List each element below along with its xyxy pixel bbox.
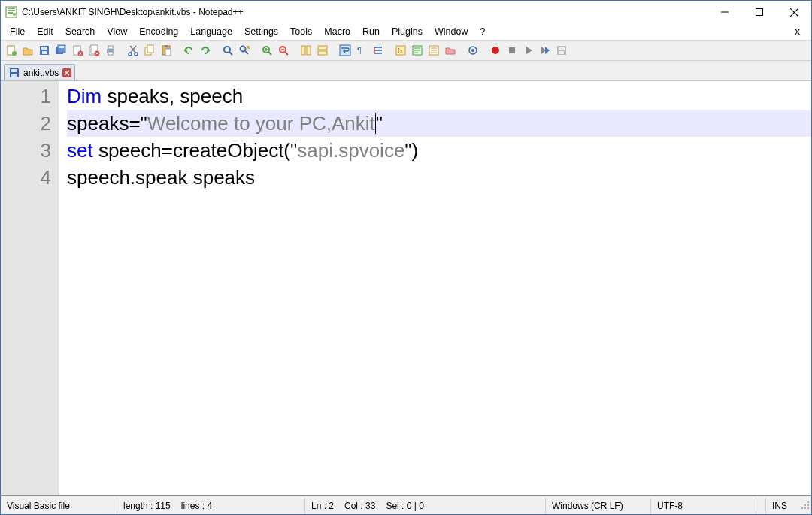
code-line[interactable]: Dim speaks, speech <box>67 83 811 110</box>
svg-rect-21 <box>108 52 113 55</box>
menu-tools[interactable]: Tools <box>284 25 318 38</box>
status-flex <box>756 498 766 514</box>
menu-window[interactable]: Window <box>429 25 474 38</box>
maximize-button[interactable] <box>742 1 777 23</box>
menu-plugins[interactable]: Plugins <box>386 25 429 38</box>
toolbar: ¶fx <box>1 40 811 61</box>
all-chars-icon[interactable]: ¶ <box>354 43 369 58</box>
save-macro-icon[interactable] <box>554 43 569 58</box>
code-editor[interactable]: Dim speaks, speechspeaks="Welcome to you… <box>59 81 811 495</box>
svg-point-1 <box>13 13 16 16</box>
tab-bar: ankit.vbs <box>1 61 811 80</box>
resize-grip-icon[interactable] <box>798 501 811 511</box>
status-mode[interactable]: INS <box>766 498 798 514</box>
menu-help[interactable]: ? <box>474 25 491 38</box>
replace-icon[interactable] <box>237 43 252 58</box>
function-list-icon[interactable] <box>426 43 441 58</box>
svg-point-58 <box>807 501 809 503</box>
paste-icon[interactable] <box>159 43 174 58</box>
svg-rect-54 <box>11 69 17 72</box>
open-icon[interactable] <box>20 43 35 58</box>
svg-rect-52 <box>559 51 564 54</box>
close-document-button[interactable]: X <box>786 25 808 39</box>
tab-ankit-vbs[interactable]: ankit.vbs <box>4 64 75 80</box>
code-token: Welcome to your PC,Ankit <box>147 112 375 135</box>
code-token: speaks <box>102 85 169 108</box>
code-line[interactable]: speech.speak speaks <box>67 164 811 191</box>
svg-rect-3 <box>756 9 763 16</box>
toolbar-separator <box>120 43 124 58</box>
code-token: = <box>129 112 140 135</box>
svg-point-62 <box>804 507 806 509</box>
svg-rect-49 <box>509 47 515 53</box>
menu-file[interactable]: File <box>4 25 31 38</box>
code-line[interactable]: speaks="Welcome to your PC,Ankit" <box>67 110 811 137</box>
code-line[interactable]: set speech=createObject("sapi.spvoice") <box>67 137 811 164</box>
status-eol[interactable]: Windows (CR LF) <box>546 498 651 514</box>
print-icon[interactable] <box>103 43 118 58</box>
close-icon[interactable] <box>70 43 85 58</box>
save-icon[interactable] <box>37 43 52 58</box>
indent-guide-icon[interactable] <box>371 43 386 58</box>
notepadpp-icon <box>5 6 17 18</box>
menu-view[interactable]: View <box>101 25 133 38</box>
sync-v-icon[interactable] <box>298 43 314 58</box>
title-bar[interactable]: C:\Users\ANKIT SINGH\Desktop\ankit.vbs -… <box>1 1 811 23</box>
menu-language[interactable]: Language <box>184 25 238 38</box>
lang-icon[interactable]: fx <box>393 43 408 58</box>
minimize-button[interactable] <box>707 1 742 23</box>
play-icon[interactable] <box>521 43 536 58</box>
menu-settings[interactable]: Settings <box>238 25 284 38</box>
redo-icon[interactable] <box>198 43 213 58</box>
code-token: " <box>141 112 147 135</box>
code-token: set <box>67 139 93 162</box>
tab-close-button[interactable] <box>62 68 71 77</box>
find-icon[interactable] <box>220 43 235 58</box>
new-icon[interactable] <box>4 43 19 58</box>
svg-rect-28 <box>165 49 171 56</box>
code-token: speaks <box>67 112 129 135</box>
code-token: speech <box>93 139 162 162</box>
close-all-icon[interactable] <box>86 43 102 58</box>
svg-point-60 <box>807 504 809 506</box>
play-multi-icon[interactable] <box>538 43 553 58</box>
svg-rect-27 <box>165 45 168 47</box>
toolbar-separator <box>387 43 392 58</box>
wrap-icon[interactable] <box>338 43 353 58</box>
zoom-out-icon[interactable] <box>276 43 291 58</box>
monitor-icon[interactable] <box>465 43 480 58</box>
code-token: ) <box>412 139 419 162</box>
svg-point-23 <box>135 53 138 56</box>
svg-rect-20 <box>108 46 113 49</box>
svg-point-59 <box>804 504 806 506</box>
menu-search[interactable]: Search <box>59 25 102 38</box>
undo-icon[interactable] <box>181 43 196 58</box>
svg-rect-25 <box>147 45 153 53</box>
menu-macro[interactable]: Macro <box>318 25 356 38</box>
copy-icon[interactable] <box>142 43 157 58</box>
svg-rect-9 <box>41 47 47 50</box>
stop-icon[interactable] <box>504 43 520 58</box>
menu-bar: File Edit Search View Encoding Language … <box>1 23 811 40</box>
menu-run[interactable]: Run <box>356 25 386 38</box>
toolbar-separator <box>459 43 464 58</box>
menu-edit[interactable]: Edit <box>31 25 59 38</box>
status-bar: Visual Basic file length : 115 lines : 4… <box>1 498 811 514</box>
svg-point-61 <box>801 507 803 509</box>
save-all-icon[interactable] <box>53 43 68 58</box>
svg-rect-55 <box>11 74 17 77</box>
cut-icon[interactable] <box>126 43 141 58</box>
folder-icon[interactable] <box>443 43 458 58</box>
sync-h-icon[interactable] <box>315 43 330 58</box>
zoom-in-icon[interactable] <box>259 43 274 58</box>
status-encoding[interactable]: UTF-8 <box>651 498 756 514</box>
doc-map-icon[interactable] <box>410 43 425 58</box>
record-icon[interactable] <box>488 43 503 58</box>
save-state-icon <box>9 68 20 78</box>
text-caret <box>375 113 376 134</box>
svg-rect-38 <box>318 46 327 50</box>
line-number: 3 <box>1 137 51 164</box>
menu-encoding[interactable]: Encoding <box>133 25 184 38</box>
toolbar-separator <box>253 43 258 58</box>
close-window-button[interactable] <box>777 1 811 23</box>
